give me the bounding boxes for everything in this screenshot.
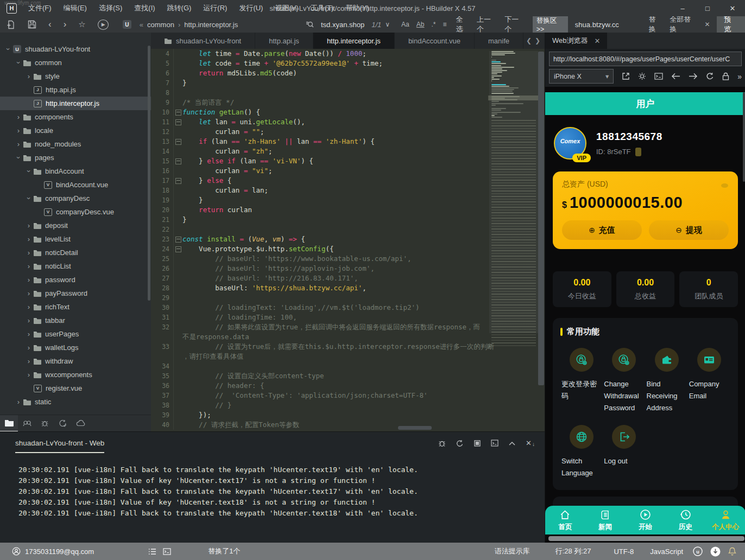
editor-tab-http.interceptor.js[interactable]: http.interceptor.js (313, 33, 395, 49)
breadcrumb-file[interactable]: http.interceptor.js (184, 21, 238, 29)
url-input[interactable]: http://localhost:8080/#/pages/userPages/… (549, 52, 742, 66)
editor-tab-http.api.js[interactable]: http.api.js (255, 33, 313, 49)
tree-item-levelList[interactable]: ›levelList (0, 232, 151, 246)
tree-item-payPassword[interactable]: ›payPassword (0, 287, 151, 300)
update-download-icon[interactable] (710, 546, 721, 557)
nav-forward-icon[interactable] (689, 73, 698, 80)
maximize-button[interactable]: □ (695, 0, 720, 16)
tree-item-http.interceptor.js[interactable]: ›Jhttp.interceptor.js (0, 97, 151, 110)
terminal-icon[interactable] (491, 440, 498, 447)
back-icon[interactable]: ‹ (48, 20, 52, 29)
quick-item-log-out[interactable]: Log out (603, 425, 645, 479)
fold-collapse-icon[interactable] (175, 237, 181, 243)
fold-collapse-icon[interactable] (175, 246, 181, 252)
devtools-console-icon[interactable] (654, 73, 663, 80)
editor-tab-manife[interactable]: manife (475, 33, 523, 49)
replace-zone-toggle[interactable]: 替换区>> (533, 15, 568, 34)
code-editor[interactable]: 4 let time = Date.parse(new Date()) / 10… (151, 49, 545, 431)
menu-item-4[interactable]: 跳转(G) (161, 0, 198, 16)
sidebar-scrollbar[interactable] (148, 46, 150, 301)
debug-icon[interactable] (438, 439, 446, 447)
recharge-button[interactable]: ⊕ 充值 (562, 220, 642, 240)
search-panel-icon[interactable] (18, 416, 36, 431)
tree-item-deposit[interactable]: ›deposit (0, 219, 151, 232)
tab-首页[interactable]: 首页 (545, 506, 585, 534)
search-input[interactable]: tsd.xyan.shop (321, 21, 364, 29)
breadcrumb-collapse[interactable]: « (140, 21, 143, 29)
eye-toggle-icon[interactable] (721, 183, 728, 188)
stat-card-今日收益[interactable]: 0.00今日收益 (553, 271, 611, 307)
quick-item-change-withdrawal-password[interactable]: Change Withdrawal Password (603, 348, 645, 414)
breadcrumb-folder[interactable]: common (147, 21, 174, 29)
menu-item-8[interactable]: 工具(T) (305, 0, 340, 16)
account-email[interactable]: 1735031199@qq.com (25, 548, 94, 556)
cursor-position[interactable]: 行:28 列:27 (555, 546, 591, 556)
menu-item-9[interactable]: 帮助(Y) (339, 0, 375, 16)
chevron-down-icon[interactable]: ∨ (385, 21, 390, 28)
preview-horizontal-scrollbar[interactable] (548, 536, 744, 541)
settings-gear-icon[interactable] (638, 72, 646, 80)
whole-word-icon[interactable]: Ab (416, 21, 425, 28)
menu-item-5[interactable]: 运行(R) (197, 0, 233, 16)
tree-item-companyDesc.vue[interactable]: ›VcompanyDesc.vue (0, 205, 151, 219)
tree-item-register.vue[interactable]: ›Vregister.vue (0, 381, 151, 395)
language-mode[interactable]: JavaScript (650, 548, 683, 556)
refresh-icon[interactable] (706, 72, 714, 80)
tree-item-walletLogs[interactable]: ›walletLogs (0, 341, 151, 354)
fold-collapse-icon[interactable] (175, 110, 181, 116)
tab-开始[interactable]: 开始 (626, 506, 666, 534)
cloud-panel-icon[interactable] (72, 416, 90, 431)
quick-item-更改登录密码[interactable]: 更改登录密码 (560, 348, 603, 414)
tree-item-bindAccount.vue[interactable]: ›VbindAccount.vue (0, 178, 151, 192)
collapse-panel-icon[interactable] (509, 441, 515, 446)
tree-item-wxcomponents[interactable]: ›wxcomponents (0, 368, 151, 381)
lock-icon[interactable] (722, 72, 729, 80)
tab-个人中心[interactable]: 个人中心 (705, 506, 745, 534)
tree-item-noticList[interactable]: ›noticList (0, 259, 151, 273)
stat-card-团队成员[interactable]: 0团队成员 (679, 271, 738, 307)
fold-collapse-icon[interactable] (175, 119, 181, 125)
withdraw-button[interactable]: ⊖ 提现 (649, 220, 729, 240)
preview-tab-close-icon[interactable]: ✕ (595, 37, 601, 45)
close-button[interactable]: ✕ (720, 0, 745, 16)
uniapp-status-icon[interactable]: u (693, 546, 703, 556)
syntax-library[interactable]: 语法提示库 (495, 546, 530, 556)
quick-item-bind-receiving-address[interactable]: Bind Receiving Address (646, 348, 688, 414)
replace-all-button[interactable]: 全部替换 (670, 15, 697, 34)
menu-item-1[interactable]: 编辑(E) (58, 0, 93, 16)
files-panel-icon[interactable] (0, 415, 18, 432)
next-match-button[interactable]: 下一个 (504, 15, 525, 34)
new-file-icon[interactable] (7, 20, 16, 29)
debug-panel-icon[interactable] (36, 416, 54, 431)
tab-scroll-left-icon[interactable]: ❮ (526, 37, 532, 44)
menu-item-3[interactable]: 查找(I) (128, 0, 161, 16)
menu-item-7[interactable]: 视图(V) (269, 0, 304, 16)
tree-item-password[interactable]: ›password (0, 273, 151, 287)
tree-item-richText[interactable]: ›richText (0, 300, 151, 314)
tree-item-components[interactable]: ›components (0, 110, 151, 124)
sync-panel-icon[interactable] (54, 416, 72, 431)
fold-collapse-icon[interactable] (175, 139, 181, 145)
fold-collapse-icon[interactable] (175, 158, 181, 164)
minimize-button[interactable]: – (670, 0, 695, 16)
replace-input[interactable]: shua.btzyw.cc (575, 21, 619, 29)
preview-tab[interactable]: Web浏览器 ✕ (545, 33, 607, 49)
restart-icon[interactable] (456, 440, 464, 447)
close-search-icon[interactable]: ✕ (704, 21, 710, 28)
tab-scroll-right-icon[interactable]: ❯ (535, 37, 540, 44)
forward-icon[interactable]: › (64, 20, 67, 29)
tree-item-noticDetail[interactable]: ›noticDetail (0, 246, 151, 259)
tree-item-withdraw[interactable]: ›withdraw (0, 354, 151, 368)
regex-icon[interactable]: .* (431, 21, 435, 28)
tree-item-http.api.js[interactable]: ›Jhttp.api.js (0, 83, 151, 97)
select-all-button[interactable]: 全选 (456, 15, 470, 34)
copy-id-icon[interactable] (635, 148, 641, 156)
tab-新闻[interactable]: 新闻 (585, 506, 626, 534)
tree-item-style[interactable]: ›style (0, 69, 151, 83)
tree-item-userPages[interactable]: ›userPages (0, 327, 151, 341)
task-list-icon[interactable] (148, 548, 156, 555)
tree-item-static[interactable]: ›static (0, 395, 151, 409)
detach-window-icon[interactable] (622, 72, 630, 80)
quick-item-switch-language[interactable]: Switch Language (560, 425, 603, 479)
run-icon[interactable]: ▶ (98, 20, 109, 30)
